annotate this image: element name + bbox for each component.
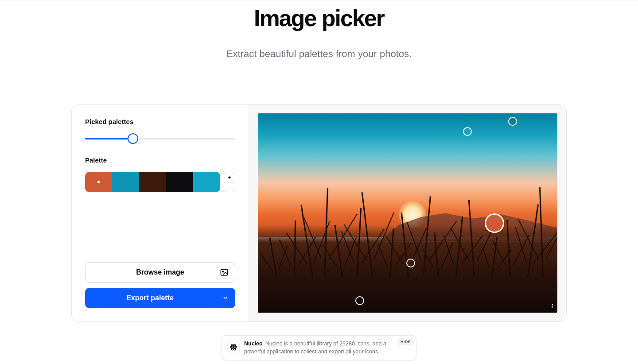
export-row: Export palette — [85, 288, 235, 308]
palette-swatch[interactable] — [166, 172, 193, 192]
palette-label: Palette — [85, 156, 235, 164]
swatch-stepper: + − — [224, 172, 235, 192]
promo-body: Nucleo is a beautiful library of 29280 i… — [244, 341, 386, 355]
color-picker-dot[interactable] — [463, 127, 472, 136]
color-picker-dot[interactable] — [406, 259, 415, 267]
divider — [0, 0, 638, 0]
color-picker-dot[interactable] — [508, 117, 517, 126]
browse-image-button[interactable]: Browse image — [85, 262, 235, 283]
atom-icon — [227, 341, 240, 353]
svg-rect-0 — [221, 269, 228, 275]
image-icon — [220, 268, 229, 277]
export-options-button[interactable] — [215, 288, 235, 308]
palette-row: + − — [85, 172, 235, 192]
promo-banner: NucleoNucleo is a beautiful library of 2… — [222, 335, 416, 360]
browse-image-label: Browse image — [136, 268, 184, 276]
image-preview[interactable]: i — [258, 113, 557, 313]
slider-thumb[interactable] — [128, 133, 138, 144]
palette-swatch[interactable] — [112, 172, 139, 192]
remove-swatch-button[interactable]: − — [224, 182, 235, 192]
color-picker-dot[interactable] — [485, 213, 504, 233]
slider-fill — [85, 138, 133, 139]
promo-name: Nucleo — [244, 341, 263, 347]
source-image — [258, 113, 557, 313]
page-title: Image picker — [0, 5, 638, 31]
add-swatch-button[interactable]: + — [224, 172, 235, 182]
palette-swatch[interactable] — [139, 172, 166, 192]
image-panel: i — [249, 105, 566, 321]
palette-swatch[interactable] — [193, 172, 220, 192]
image-info-button[interactable]: i — [552, 303, 553, 310]
promo-text: NucleoNucleo is a beautiful library of 2… — [244, 340, 411, 356]
active-swatch-dot — [97, 181, 100, 183]
hide-promo-button[interactable]: HIDE — [398, 338, 413, 345]
page-subtitle: Extract beautiful palettes from your pho… — [0, 48, 638, 60]
picked-palettes-label: Picked palettes — [85, 118, 235, 125]
palette-count-slider[interactable] — [85, 133, 235, 144]
svg-point-5 — [233, 347, 234, 348]
controls-panel: Picked palettes Palette + − Browse image — [72, 105, 249, 321]
export-palette-button[interactable]: Export palette — [85, 288, 215, 308]
svg-point-1 — [222, 271, 224, 272]
header: Image picker Extract beautiful palettes … — [0, 5, 638, 60]
color-picker-dot[interactable] — [355, 296, 364, 305]
chevron-down-icon — [222, 295, 229, 301]
palette-swatch[interactable] — [85, 172, 112, 192]
main-card: Picked palettes Palette + − Browse image — [71, 104, 567, 322]
palette-swatches — [85, 172, 220, 192]
